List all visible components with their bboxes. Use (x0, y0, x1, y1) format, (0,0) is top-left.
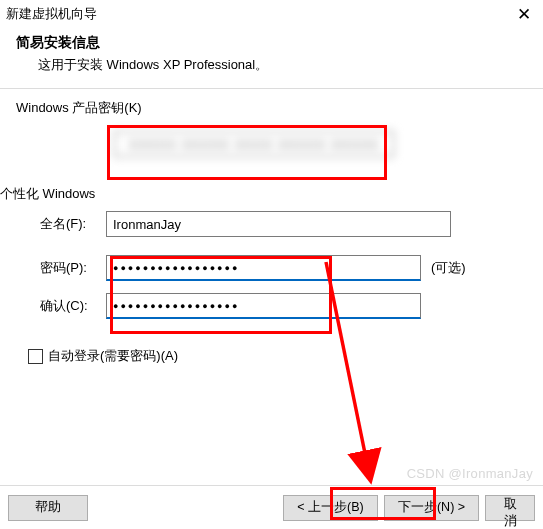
autologin-label: 自动登录(需要密码)(A) (48, 347, 178, 365)
personalize-label: 个性化 Windows (0, 185, 527, 203)
fullname-input[interactable] (106, 211, 451, 237)
password-input[interactable] (106, 255, 421, 281)
next-button[interactable]: 下一步(N) > (384, 495, 479, 521)
password-label: 密码(P): (16, 259, 106, 277)
close-icon[interactable]: ✕ (513, 4, 535, 25)
titlebar: 新建虚拟机向导 ✕ (0, 0, 543, 26)
password-optional-text: (可选) (431, 259, 466, 277)
cancel-button[interactable]: 取消 (485, 495, 535, 521)
personalize-section: 个性化 Windows 全名(F): 密码(P): (可选) 确认(C): (0, 181, 543, 319)
autologin-row[interactable]: 自动登录(需要密码)(A) (0, 347, 543, 365)
autologin-checkbox[interactable] (28, 349, 43, 364)
fullname-label: 全名(F): (16, 215, 106, 233)
page-subtitle: 这用于安装 Windows XP Professional。 (16, 56, 533, 74)
page-title: 简易安装信息 (16, 34, 533, 52)
back-button[interactable]: < 上一步(B) (283, 495, 378, 521)
watermark: CSDN @IronmanJay (407, 466, 533, 481)
wizard-footer: 帮助 < 上一步(B) 下一步(N) > 取消 (0, 485, 543, 529)
help-button[interactable]: 帮助 (8, 495, 88, 521)
confirm-label: 确认(C): (16, 297, 106, 315)
wizard-header: 简易安装信息 这用于安装 Windows XP Professional。 (0, 26, 543, 84)
window-title: 新建虚拟机向导 (6, 5, 97, 23)
product-key-section: Windows 产品密钥(K) (0, 89, 543, 157)
product-key-label: Windows 产品密钥(K) (16, 99, 527, 117)
confirm-password-input[interactable] (106, 293, 421, 319)
product-key-input[interactable] (114, 131, 394, 157)
